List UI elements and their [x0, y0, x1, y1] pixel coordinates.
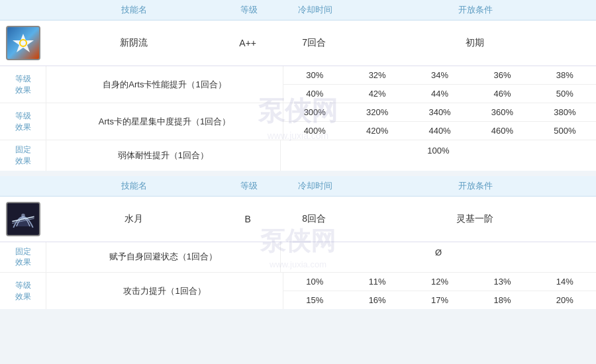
skill-icon-svg-2	[7, 202, 39, 236]
skill-icon-svg-1	[11, 31, 35, 55]
val-1-2-b4: 500%	[534, 122, 596, 140]
effect-values-1-1: 30% 32% 34% 36% 38% 40% 42% 44% 46% 50%	[283, 66, 596, 103]
effect-desc-1-2: Arts卡的星星集中度提升（1回合）	[46, 103, 283, 140]
skill-icon-cell-2	[0, 197, 46, 242]
effect-vals-row-2-2-top: 10% 11% 12% 13% 14%	[283, 273, 596, 291]
val-2-2-b4: 20%	[534, 291, 596, 309]
val-2-2-3: 13%	[471, 273, 533, 291]
skill-unlock-1: 初期	[354, 30, 596, 56]
skill-name-2: 水月	[46, 206, 221, 232]
val-1-2-3: 360%	[471, 103, 533, 121]
effect-desc-1-1: 自身的Arts卡性能提升（1回合）	[46, 66, 283, 103]
svg-point-5	[21, 213, 25, 217]
effect-row-1-1: 等级效果 自身的Arts卡性能提升（1回合） 30% 32% 34% 36% 3…	[0, 66, 596, 103]
skill-level-2: B	[221, 207, 274, 231]
effect-row-1-2: 等级效果 Arts卡的星星集中度提升（1回合） 300% 320% 340% 3…	[0, 103, 596, 140]
header-cooldown-1: 冷却时间	[275, 0, 355, 20]
header-skill-name-2: 技能名	[46, 176, 223, 196]
val-1-2-b3: 460%	[471, 122, 533, 140]
effect-row-2-1: 固定效果 赋予自身回避状态（1回合） Ø	[0, 242, 596, 273]
val-1-1-1: 32%	[346, 66, 408, 84]
val-2-2-b1: 16%	[346, 291, 408, 309]
header-icon-col	[0, 0, 46, 20]
skill-icon-2	[6, 202, 40, 236]
effect-label-2-1: 固定效果	[0, 242, 46, 273]
skill-level-1: A++	[221, 31, 274, 55]
val-2-2-b2: 17%	[409, 291, 471, 309]
svg-marker-0	[13, 34, 34, 52]
effect-label-1-2: 等级效果	[0, 103, 46, 140]
skill-row-2: 水月 B 8回合 灵基一阶	[0, 197, 596, 242]
header-icon-col-2	[0, 176, 46, 196]
val-1-2-2: 340%	[409, 103, 471, 121]
val-2-2-2: 12%	[409, 273, 471, 291]
effect-vals-row-1-1-bot: 40% 42% 44% 46% 50%	[283, 85, 596, 103]
skill-name-1: 新阴流	[46, 30, 221, 56]
effect-single-val-2-1: Ø	[280, 242, 596, 273]
effect-vals-row-2-2-bot: 15% 16% 17% 18% 20%	[283, 291, 596, 309]
val-1-2-1: 320%	[346, 103, 408, 121]
effect-label-1-1: 等级效果	[0, 66, 46, 103]
val-1-2-b1: 420%	[346, 122, 408, 140]
val-1-1-3: 36%	[471, 66, 533, 84]
val-1-2-0: 300%	[283, 103, 346, 121]
val-1-2-b0: 400%	[283, 122, 346, 140]
val-1-1-b1: 42%	[346, 85, 408, 103]
val-1-2-b2: 440%	[409, 122, 471, 140]
effect-vals-row-1-2-top: 300% 320% 340% 360% 380%	[283, 103, 596, 122]
val-1-1-b0: 40%	[283, 85, 346, 103]
effect-single-val-1-3: 100%	[280, 140, 596, 171]
val-1-1-0: 30%	[283, 66, 346, 84]
skill-icon-cell-1	[0, 21, 46, 66]
val-1-2-4: 380%	[534, 103, 596, 121]
val-1-1-b4: 50%	[534, 85, 596, 103]
header-unlock-1: 开放条件	[355, 0, 596, 20]
table-header-1: 技能名 等级 冷却时间 开放条件	[0, 0, 596, 21]
val-2-2-b3: 18%	[471, 291, 533, 309]
skill-unlock-2: 灵基一阶	[354, 206, 596, 232]
effect-row-2-2: 等级效果 攻击力提升（1回合） 10% 11% 12% 13% 14% 15% …	[0, 273, 596, 309]
val-2-2-4: 14%	[534, 273, 596, 291]
header-cooldown-2: 冷却时间	[275, 176, 355, 196]
val-1-1-2: 34%	[409, 66, 471, 84]
val-2-2-1: 11%	[346, 273, 408, 291]
effect-desc-2-1: 赋予自身回避状态（1回合）	[46, 242, 280, 273]
skill-cooldown-2: 8回合	[274, 206, 354, 232]
effect-vals-row-1-1-top: 30% 32% 34% 36% 38%	[283, 66, 596, 85]
effect-label-2-2: 等级效果	[0, 273, 46, 309]
effect-values-2-2: 10% 11% 12% 13% 14% 15% 16% 17% 18% 20%	[283, 273, 596, 309]
header-unlock-2: 开放条件	[355, 176, 596, 196]
val-2-2-b0: 15%	[283, 291, 346, 309]
skill-cooldown-1: 7回合	[274, 30, 354, 56]
skill-row-1: 新阴流 A++ 7回合 初期	[0, 21, 596, 66]
effect-values-1-2: 300% 320% 340% 360% 380% 400% 420% 440% …	[283, 103, 596, 140]
effect-row-1-3: 固定效果 弱体耐性提升（1回合） 100%	[0, 140, 596, 171]
table-header-2: 技能名 等级 冷却时间 开放条件	[0, 176, 596, 197]
effect-vals-row-1-2-bot: 400% 420% 440% 460% 500%	[283, 122, 596, 140]
effect-label-1-3: 固定效果	[0, 140, 46, 171]
val-2-2-0: 10%	[283, 273, 346, 291]
skill-section-2: 技能名 等级 冷却时间 开放条件	[0, 176, 596, 310]
effect-desc-2-2: 攻击力提升（1回合）	[46, 273, 283, 309]
val-1-1-4: 38%	[534, 66, 596, 84]
skill-icon-1	[6, 26, 40, 60]
header-level-1: 等级	[223, 0, 275, 20]
skill-section-1: 技能名 等级 冷却时间 开放条件 新阴流 A++ 7回合 初期 等级效果	[0, 0, 596, 171]
header-level-2: 等级	[223, 176, 275, 196]
effect-desc-1-3: 弱体耐性提升（1回合）	[46, 140, 280, 171]
val-1-1-b2: 44%	[409, 85, 471, 103]
val-1-1-b3: 46%	[471, 85, 533, 103]
header-skill-name-1: 技能名	[46, 0, 223, 20]
